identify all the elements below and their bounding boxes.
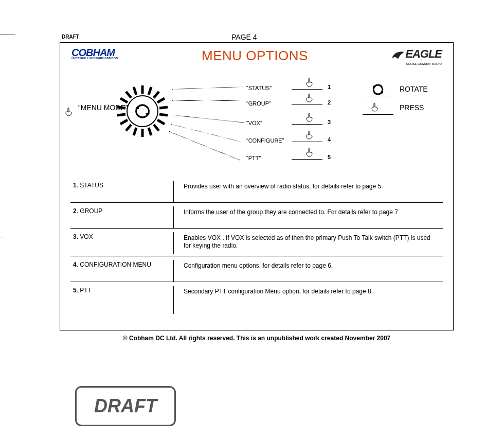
connector-line [292, 159, 322, 160]
legend-line [363, 114, 393, 115]
row-underline [70, 202, 443, 203]
menu-mode-label: “MENU MODE” [78, 103, 128, 112]
row-label: 4. CONFIGURATION MENU [73, 261, 171, 268]
leader-line [171, 124, 242, 142]
svg-line-2 [154, 92, 159, 98]
draft-stamp: DRAFT [75, 386, 176, 426]
svg-line-5 [159, 114, 168, 115]
svg-line-13 [117, 114, 125, 115]
logo-cobham-brand: COBHAM [71, 49, 149, 56]
row-description: Enables VOX . If VOX is selected as of t… [184, 234, 438, 250]
row-label: 1. STATUS [73, 182, 171, 189]
rotate-arrows-icon [371, 84, 385, 97]
hand-point-icon [65, 107, 73, 118]
row-divider [173, 206, 174, 228]
hand-point-icon [306, 93, 313, 104]
crop-mark-left [0, 30, 15, 34]
logo-eagle: EAGLE CLOSE COMBAT RADIO [365, 49, 442, 65]
option-label: “PTT” [246, 155, 261, 161]
leader-line [169, 131, 240, 160]
row-description: Informs the user of the group they are c… [184, 208, 438, 216]
option-label: “VOX” [246, 120, 262, 126]
svg-line-8 [149, 128, 151, 135]
row-underline [70, 282, 443, 282]
option-number: 3 [328, 119, 331, 125]
connector-line [292, 104, 322, 105]
legend-rotate-label: ROTATE [400, 85, 428, 93]
svg-line-1 [149, 87, 151, 95]
svg-line-6 [157, 120, 165, 124]
row-divider [173, 286, 174, 314]
logo-eagle-brand: EAGLE [405, 47, 442, 60]
header-draft-label: DRAFT [62, 34, 79, 40]
copyright-footer: © Cobham DC Ltd. All rights reserved. Th… [60, 335, 454, 342]
page-frame: COBHAM Defence Communications MENU OPTIO… [60, 42, 454, 330]
connector-line [292, 142, 322, 142]
table-row: 1. STATUS Provides user with an overview… [70, 182, 443, 202]
svg-point-18 [127, 96, 158, 127]
crop-mark-bottom-left [0, 237, 4, 237]
logo-eagle-sub: CLOSE COMBAT RADIO [365, 62, 442, 65]
svg-line-3 [157, 98, 165, 102]
row-divider [173, 260, 174, 282]
connector-line [292, 89, 322, 90]
row-underline [70, 256, 443, 256]
connector-line [292, 124, 322, 125]
svg-line-16 [126, 92, 131, 98]
hand-point-icon [371, 102, 379, 114]
hand-point-icon [306, 148, 313, 159]
eagle-bird-icon [391, 49, 405, 62]
leader-line [172, 86, 244, 90]
svg-line-7 [154, 125, 159, 131]
svg-line-4 [159, 107, 168, 108]
option-label: “CONFIGURE” [246, 137, 284, 144]
table-row: 3. VOX Enables VOX . If VOX is selected … [70, 233, 443, 256]
row-underline [70, 228, 443, 229]
option-number: 2 [328, 99, 331, 106]
leader-line [172, 100, 244, 101]
row-divider [173, 181, 174, 202]
legend-press-label: PRESS [400, 103, 424, 112]
hand-point-icon [306, 113, 313, 124]
option-number: 5 [328, 154, 331, 160]
table-row: 5. PTT Secondary PTT configuration Menu … [70, 287, 443, 312]
logo-cobham: COBHAM Defence Communications [71, 49, 149, 60]
svg-line-12 [120, 120, 128, 124]
row-label: 5. PTT [73, 287, 171, 294]
draft-stamp-text: DRAFT [94, 395, 157, 417]
row-description: Configuration menu options, for details … [184, 262, 438, 270]
row-label: 2. GROUP [73, 207, 171, 215]
row-label: 3. VOX [73, 233, 171, 240]
svg-line-17 [134, 87, 136, 95]
row-description: Secondary PTT configuration Menu option,… [184, 288, 438, 295]
leader-line [172, 115, 244, 123]
hand-point-icon [306, 130, 313, 142]
logo-cobham-sub: Defence Communications [71, 56, 149, 60]
row-divider [173, 232, 174, 254]
option-label: “GROUP” [246, 100, 271, 107]
table-row: 4. CONFIGURATION MENU Configuration menu… [70, 261, 443, 282]
option-number: 1 [328, 84, 331, 90]
option-label: “STATUS” [246, 85, 272, 91]
svg-line-11 [126, 125, 131, 131]
table-row: 2. GROUP Informs the user of the group t… [70, 207, 443, 228]
hand-point-icon [306, 78, 313, 89]
option-number: 4 [328, 136, 331, 143]
svg-line-10 [134, 128, 136, 135]
header-page-number: PAGE 4 [231, 33, 257, 41]
page-title: MENU OPTIONS [202, 48, 308, 64]
row-description: Provides user with an overview of radio … [184, 183, 438, 190]
svg-line-15 [120, 98, 128, 102]
